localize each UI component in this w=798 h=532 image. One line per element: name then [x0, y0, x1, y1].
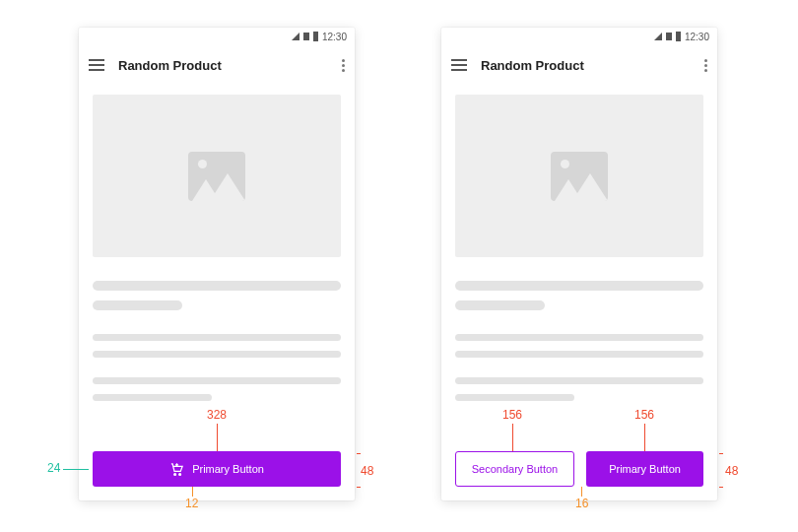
secondary-button-label: Secondary Button [472, 463, 558, 475]
text-placeholder [93, 377, 341, 384]
button-row: Secondary Button Primary Button [455, 451, 703, 487]
text-placeholder [455, 281, 703, 291]
text-placeholder [455, 394, 574, 401]
annotation-height: 48 [361, 464, 373, 478]
annotation-width: 328 [207, 408, 227, 422]
overflow-icon[interactable] [341, 59, 345, 72]
overflow-icon[interactable] [703, 59, 707, 72]
text-placeholder [93, 394, 212, 401]
wifi-icon [292, 33, 299, 40]
image-icon [188, 152, 245, 201]
image-placeholder [455, 95, 703, 257]
app-bar: Random Product [79, 45, 355, 85]
guide-line [357, 453, 361, 454]
battery-icon [313, 32, 318, 41]
signal-icon [666, 33, 672, 40]
text-placeholder [455, 351, 703, 358]
text-placeholder [93, 281, 341, 291]
guide-line [63, 469, 89, 470]
annotation-gap: 16 [575, 497, 588, 510]
clock: 12:30 [685, 32, 709, 42]
image-icon [551, 152, 608, 201]
wifi-icon [654, 33, 662, 40]
primary-button-label: Primary Button [192, 463, 264, 475]
text-placeholder [93, 300, 182, 310]
app-bar: Random Product [441, 45, 717, 85]
guide-line [719, 453, 723, 454]
guide-line [357, 487, 361, 488]
menu-icon[interactable] [451, 59, 467, 71]
annotation-height: 48 [725, 464, 738, 478]
content-area [441, 85, 717, 401]
menu-icon[interactable] [89, 59, 104, 71]
battery-icon [676, 32, 681, 41]
guide-line [217, 424, 218, 451]
cart-icon [169, 462, 184, 477]
text-placeholder [455, 300, 545, 310]
svg-point-0 [174, 473, 176, 475]
annotation-icon-size: 24 [47, 461, 60, 475]
guide-line [644, 424, 645, 451]
guide-line [719, 487, 723, 488]
text-placeholder [455, 334, 703, 341]
annotation-width-a: 156 [502, 408, 522, 422]
text-placeholder [93, 334, 341, 341]
secondary-button[interactable]: Secondary Button [455, 451, 574, 487]
mockup-two-buttons: 12:30 Random Product Secondary Butto [441, 28, 717, 500]
signal-icon [303, 33, 309, 40]
primary-button[interactable]: Primary Button [586, 451, 703, 487]
primary-button-label: Primary Button [609, 463, 681, 475]
button-row: Primary Button [93, 451, 341, 487]
primary-button[interactable]: Primary Button [93, 451, 341, 487]
guide-line [192, 487, 193, 497]
svg-point-1 [179, 473, 181, 475]
text-placeholder [93, 351, 341, 358]
annotation-icon-gap: 12 [185, 497, 198, 510]
content-area [79, 85, 355, 401]
image-placeholder [93, 95, 341, 257]
page-title: Random Product [481, 58, 690, 73]
status-bar: 12:30 [79, 28, 355, 45]
text-placeholder [455, 377, 703, 384]
annotation-width-b: 156 [634, 408, 654, 422]
guide-line [581, 487, 582, 497]
status-bar: 12:30 [441, 28, 717, 45]
clock: 12:30 [322, 32, 347, 42]
page-title: Random Product [118, 58, 327, 73]
guide-line [512, 424, 513, 451]
